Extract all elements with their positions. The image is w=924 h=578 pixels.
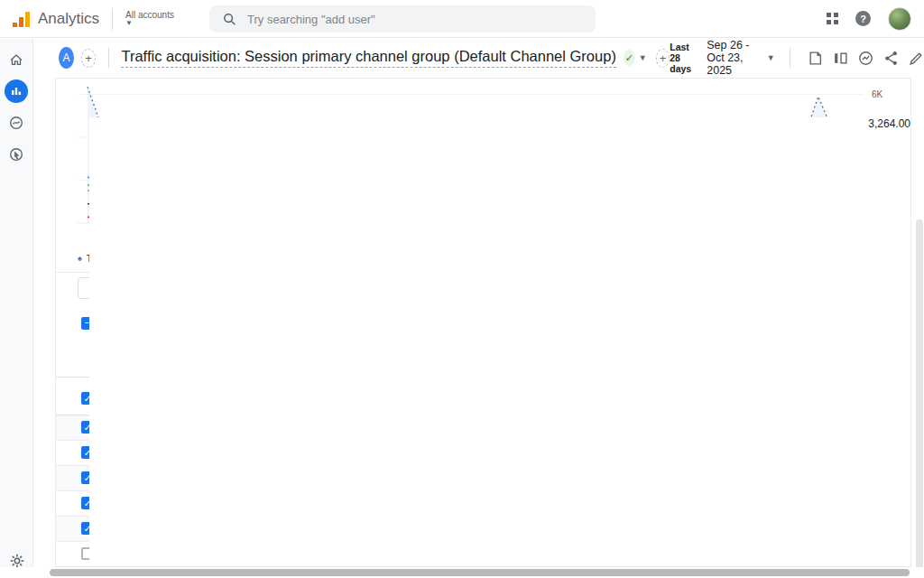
nav-advertising-icon[interactable]: [5, 143, 28, 166]
horizontal-scrollbar-track[interactable]: [0, 567, 924, 578]
workspace-avatar[interactable]: A: [59, 47, 74, 69]
insights-icon[interactable]: [858, 51, 873, 66]
apps-grid-icon[interactable]: [827, 13, 838, 24]
left-nav-rail: [0, 39, 33, 578]
report-card: ♠●■◆▼▲27Sep2901Oct0305070911131517192123…: [55, 78, 911, 567]
saved-check-icon: ✓: [624, 50, 635, 66]
global-search-input[interactable]: Try searching "add user": [209, 5, 596, 33]
table-body: ✓1Direct29,268(35.8%)16,686(38.11%)57.01…: [56, 415, 910, 567]
metric-value: 3,264.00: [89, 117, 910, 566]
share-icon[interactable]: [883, 51, 899, 66]
main-content: A + Traffic acquisition: Session primary…: [33, 39, 924, 578]
nav-explore-icon[interactable]: [5, 111, 28, 135]
compare-icon[interactable]: [833, 51, 848, 66]
date-preset-label: Last 28 days: [670, 42, 692, 74]
chevron-down-icon: ▼: [125, 20, 174, 28]
legend-marker-icon: ♠: [78, 255, 82, 263]
user-avatar[interactable]: [888, 7, 911, 31]
add-report-button[interactable]: +: [81, 49, 96, 68]
date-range-selector[interactable]: Sep 26 - Oct 23, 2025: [707, 39, 750, 77]
chevron-down-icon[interactable]: ▼: [639, 53, 647, 62]
search-icon: [223, 13, 236, 26]
nav-home-icon[interactable]: [5, 48, 28, 71]
report-toolbar: A + Traffic acquisition: Session primary…: [33, 39, 924, 77]
notes-icon[interactable]: [808, 51, 823, 66]
account-switcher[interactable]: All accounts ▼: [125, 10, 174, 28]
product-name: Analytics: [38, 10, 99, 28]
chevron-down-icon[interactable]: ▼: [767, 53, 775, 62]
vertical-scrollbar[interactable]: [916, 219, 923, 578]
analytics-logo-icon: [13, 11, 30, 27]
divider: [108, 48, 109, 68]
edit-icon[interactable]: [909, 51, 924, 66]
search-placeholder: Try searching "add user": [247, 13, 375, 26]
y-axis-tick: 6K: [872, 89, 883, 99]
divider: [112, 8, 113, 30]
nav-reports-icon[interactable]: [5, 79, 28, 103]
app-bar: Analytics All accounts ▼ Try searching "…: [0, 0, 924, 38]
report-title[interactable]: Traffic acquisition: Session primary cha…: [121, 48, 615, 68]
horizontal-scrollbar-thumb[interactable]: [50, 569, 910, 576]
account-switcher-label: All accounts: [125, 10, 174, 20]
add-tab-button[interactable]: +: [656, 49, 670, 68]
help-icon[interactable]: ?: [855, 11, 871, 26]
